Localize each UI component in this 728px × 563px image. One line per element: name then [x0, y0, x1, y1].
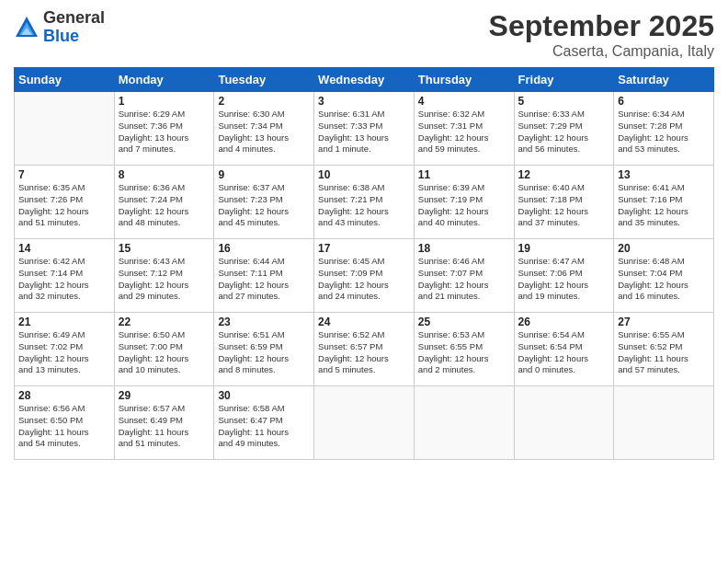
calendar-cell: 20Sunrise: 6:48 AMSunset: 7:04 PMDayligh…	[614, 239, 714, 313]
header: General Blue September 2025 Caserta, Cam…	[14, 9, 714, 60]
day-info: Sunrise: 6:34 AMSunset: 7:28 PMDaylight:…	[618, 109, 710, 155]
day-info: Sunrise: 6:32 AMSunset: 7:31 PMDaylight:…	[418, 109, 510, 155]
day-info: Sunrise: 6:49 AMSunset: 7:02 PMDaylight:…	[18, 329, 110, 376]
day-info: Sunrise: 6:37 AMSunset: 7:23 PMDaylight:…	[218, 182, 310, 229]
day-info: Sunrise: 6:51 AMSunset: 6:59 PMDaylight:…	[218, 329, 310, 376]
day-number: 2	[218, 95, 310, 108]
day-info: Sunrise: 6:58 AMSunset: 6:47 PMDaylight:…	[218, 403, 310, 450]
day-number: 5	[518, 95, 610, 108]
day-number: 23	[218, 316, 310, 328]
calendar-cell: 14Sunrise: 6:42 AMSunset: 7:14 PMDayligh…	[15, 239, 115, 313]
day-number: 9	[218, 168, 310, 181]
day-number: 26	[518, 316, 610, 328]
calendar-cell: 17Sunrise: 6:45 AMSunset: 7:09 PMDayligh…	[314, 239, 415, 313]
day-info: Sunrise: 6:50 AMSunset: 7:00 PMDaylight:…	[119, 329, 210, 376]
calendar-header-saturday: Saturday	[614, 68, 714, 92]
day-number: 27	[618, 316, 710, 328]
day-info: Sunrise: 6:54 AMSunset: 6:54 PMDaylight:…	[518, 329, 610, 376]
calendar-header-monday: Monday	[114, 68, 214, 92]
calendar-cell: 3Sunrise: 6:31 AMSunset: 7:33 PMDaylight…	[314, 92, 415, 166]
day-number: 22	[119, 316, 210, 328]
day-info: Sunrise: 6:44 AMSunset: 7:11 PMDaylight:…	[218, 256, 310, 303]
day-number: 4	[418, 95, 510, 108]
calendar-cell: 6Sunrise: 6:34 AMSunset: 7:28 PMDaylight…	[614, 92, 714, 166]
calendar-cell: 11Sunrise: 6:39 AMSunset: 7:19 PMDayligh…	[414, 166, 514, 239]
day-info: Sunrise: 6:33 AMSunset: 7:29 PMDaylight:…	[518, 109, 610, 155]
day-info: Sunrise: 6:52 AMSunset: 6:57 PMDaylight:…	[318, 329, 410, 376]
day-number: 7	[18, 168, 110, 181]
calendar-header-thursday: Thursday	[414, 68, 514, 92]
month-title: September 2025	[489, 9, 714, 43]
day-info: Sunrise: 6:36 AMSunset: 7:24 PMDaylight:…	[119, 182, 210, 229]
calendar-cell: 28Sunrise: 6:56 AMSunset: 6:50 PMDayligh…	[15, 386, 115, 460]
day-info: Sunrise: 6:39 AMSunset: 7:19 PMDaylight:…	[418, 182, 510, 229]
day-info: Sunrise: 6:41 AMSunset: 7:16 PMDaylight:…	[618, 182, 710, 229]
calendar-cell	[414, 386, 514, 460]
calendar-cell: 23Sunrise: 6:51 AMSunset: 6:59 PMDayligh…	[214, 313, 314, 386]
subtitle: Caserta, Campania, Italy	[489, 43, 714, 60]
calendar-header-wednesday: Wednesday	[314, 68, 415, 92]
day-number: 8	[119, 168, 210, 181]
calendar-cell: 13Sunrise: 6:41 AMSunset: 7:16 PMDayligh…	[614, 166, 714, 239]
calendar-cell: 1Sunrise: 6:29 AMSunset: 7:36 PMDaylight…	[114, 92, 214, 166]
calendar-cell: 16Sunrise: 6:44 AMSunset: 7:11 PMDayligh…	[214, 239, 314, 313]
day-info: Sunrise: 6:46 AMSunset: 7:07 PMDaylight:…	[418, 256, 510, 303]
day-number: 11	[418, 168, 510, 181]
logo-text: General Blue	[43, 9, 105, 46]
calendar-header-friday: Friday	[514, 68, 614, 92]
day-number: 25	[418, 316, 510, 328]
day-number: 17	[318, 242, 410, 255]
calendar-cell: 12Sunrise: 6:40 AMSunset: 7:18 PMDayligh…	[514, 166, 614, 239]
calendar-cell: 7Sunrise: 6:35 AMSunset: 7:26 PMDaylight…	[15, 166, 115, 239]
calendar-cell: 29Sunrise: 6:57 AMSunset: 6:49 PMDayligh…	[114, 386, 214, 460]
calendar-cell: 27Sunrise: 6:55 AMSunset: 6:52 PMDayligh…	[614, 313, 714, 386]
day-info: Sunrise: 6:56 AMSunset: 6:50 PMDaylight:…	[18, 403, 110, 450]
day-info: Sunrise: 6:42 AMSunset: 7:14 PMDaylight:…	[18, 256, 110, 303]
day-info: Sunrise: 6:55 AMSunset: 6:52 PMDaylight:…	[618, 329, 710, 376]
day-number: 24	[318, 316, 410, 328]
day-info: Sunrise: 6:57 AMSunset: 6:49 PMDaylight:…	[119, 403, 210, 450]
day-info: Sunrise: 6:48 AMSunset: 7:04 PMDaylight:…	[618, 256, 710, 303]
calendar-week-0: 1Sunrise: 6:29 AMSunset: 7:36 PMDaylight…	[15, 92, 714, 166]
day-number: 6	[618, 95, 710, 108]
calendar-cell: 5Sunrise: 6:33 AMSunset: 7:29 PMDaylight…	[514, 92, 614, 166]
day-info: Sunrise: 6:38 AMSunset: 7:21 PMDaylight:…	[318, 182, 410, 229]
day-number: 12	[518, 168, 610, 181]
logo-general: General	[43, 9, 105, 28]
calendar-cell: 15Sunrise: 6:43 AMSunset: 7:12 PMDayligh…	[114, 239, 214, 313]
calendar-cell: 10Sunrise: 6:38 AMSunset: 7:21 PMDayligh…	[314, 166, 415, 239]
calendar-cell: 24Sunrise: 6:52 AMSunset: 6:57 PMDayligh…	[314, 313, 415, 386]
calendar-cell: 19Sunrise: 6:47 AMSunset: 7:06 PMDayligh…	[514, 239, 614, 313]
calendar-cell: 2Sunrise: 6:30 AMSunset: 7:34 PMDaylight…	[214, 92, 314, 166]
day-number: 29	[119, 389, 210, 402]
day-info: Sunrise: 6:29 AMSunset: 7:36 PMDaylight:…	[119, 109, 210, 155]
calendar-week-1: 7Sunrise: 6:35 AMSunset: 7:26 PMDaylight…	[15, 166, 714, 239]
calendar-cell: 25Sunrise: 6:53 AMSunset: 6:55 PMDayligh…	[414, 313, 514, 386]
day-info: Sunrise: 6:43 AMSunset: 7:12 PMDaylight:…	[119, 256, 210, 303]
logo: General Blue	[14, 9, 105, 46]
day-info: Sunrise: 6:45 AMSunset: 7:09 PMDaylight:…	[318, 256, 410, 303]
calendar-header-tuesday: Tuesday	[214, 68, 314, 92]
day-number: 30	[218, 389, 310, 402]
calendar-cell: 22Sunrise: 6:50 AMSunset: 7:00 PMDayligh…	[114, 313, 214, 386]
calendar-cell	[15, 92, 115, 166]
day-number: 1	[119, 95, 210, 108]
calendar-cell	[314, 386, 415, 460]
day-number: 10	[318, 168, 410, 181]
page: General Blue September 2025 Caserta, Cam…	[0, 0, 728, 563]
day-number: 21	[18, 316, 110, 328]
calendar-cell: 30Sunrise: 6:58 AMSunset: 6:47 PMDayligh…	[214, 386, 314, 460]
calendar-cell: 9Sunrise: 6:37 AMSunset: 7:23 PMDaylight…	[214, 166, 314, 239]
calendar-week-2: 14Sunrise: 6:42 AMSunset: 7:14 PMDayligh…	[15, 239, 714, 313]
day-number: 20	[618, 242, 710, 255]
day-number: 16	[218, 242, 310, 255]
logo-icon	[14, 15, 40, 40]
calendar-cell: 8Sunrise: 6:36 AMSunset: 7:24 PMDaylight…	[114, 166, 214, 239]
day-number: 18	[418, 242, 510, 255]
calendar: SundayMondayTuesdayWednesdayThursdayFrid…	[14, 67, 714, 460]
calendar-cell: 21Sunrise: 6:49 AMSunset: 7:02 PMDayligh…	[15, 313, 115, 386]
day-number: 3	[318, 95, 410, 108]
day-info: Sunrise: 6:40 AMSunset: 7:18 PMDaylight:…	[518, 182, 610, 229]
calendar-cell: 4Sunrise: 6:32 AMSunset: 7:31 PMDaylight…	[414, 92, 514, 166]
day-info: Sunrise: 6:35 AMSunset: 7:26 PMDaylight:…	[18, 182, 110, 229]
